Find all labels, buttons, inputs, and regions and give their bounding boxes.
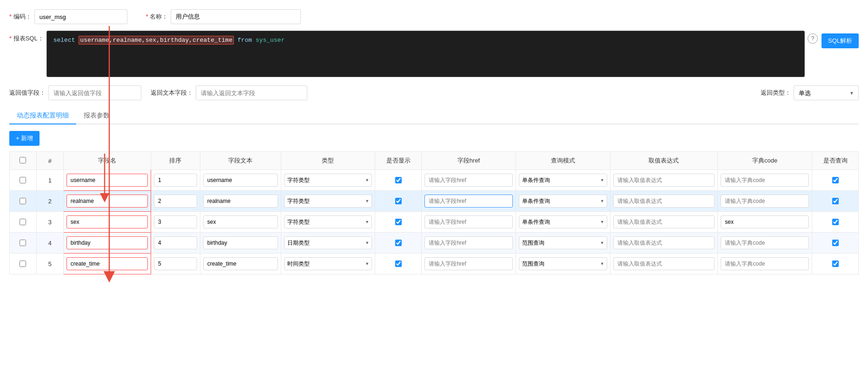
fieldtext-3-input[interactable] [203,215,278,228]
td-show-5 [375,254,422,274]
show-4-checkbox[interactable] [395,240,402,246]
add-button[interactable]: + 新增 [9,131,40,146]
sql-table: sys_user [256,37,285,44]
isquery-1-checkbox[interactable] [832,177,839,183]
table-row: 5 字符类型 [10,254,859,274]
type-5-select[interactable]: 字符类型 日期类型 时间类型 数字类型 [284,257,372,270]
row-3-checkbox[interactable] [20,219,26,225]
querymode-5-select[interactable]: 单条件查询 范围查询 [519,257,607,270]
td-fieldtext-1 [200,170,281,191]
tab-detail[interactable]: 动态报表配置明细 [9,108,76,124]
type-4-select[interactable]: 字符类型 日期类型 时间类型 数字类型 [284,236,372,249]
expr-4-input[interactable] [613,236,715,249]
data-table-wrap: # 字段名 排序 字段文本 类型 是否显示 字段href 查询模式 取值表达式 … [9,151,859,274]
code-label: * 编码： [9,13,32,21]
type-1-select-wrap: 字符类型 日期类型 时间类型 数字类型 [284,174,372,187]
querymode-1-select[interactable]: 单条件查询 范围查询 [519,174,607,187]
th-sort: 排序 [151,152,200,170]
href-1-input[interactable] [424,174,513,187]
td-querymode-4: 单条件查询 范围查询 [516,233,610,254]
type-3-select[interactable]: 字符类型 日期类型 时间类型 数字类型 [284,215,372,228]
td-querymode-3: 单条件查询 范围查询 [516,212,610,233]
show-5-checkbox[interactable] [395,260,402,267]
type-2-select[interactable]: 字符类型 日期类型 时间类型 数字类型 [284,195,372,208]
return-text-input[interactable] [196,85,307,100]
isquery-4-checkbox[interactable] [832,240,839,246]
sort-3-input[interactable] [154,215,197,228]
sql-parse-button[interactable]: SQL解析 [822,33,859,48]
top-form-row: * 编码： user_msg * 名称： 用户信息 [9,9,859,24]
show-1-checkbox[interactable] [395,177,402,183]
querymode-4-select[interactable]: 单条件查询 范围查询 [519,236,607,249]
td-href-5 [422,254,516,274]
querymode-1-select-wrap: 单条件查询 范围查询 [519,174,607,187]
return-value-input[interactable] [48,85,141,100]
fieldname-5-input[interactable] [66,257,148,270]
sql-editor-wrap: select username,realname,sex,birthday,cr… [46,31,805,77]
expr-5-input[interactable] [613,257,715,270]
fieldname-2-input[interactable] [66,195,148,208]
td-querymode-2: 单条件查询 范围查询 [516,191,610,212]
th-show: 是否显示 [375,152,422,170]
td-expr-5 [610,254,718,274]
dictcode-4-input[interactable] [721,236,809,249]
td-checkbox-2 [10,191,37,212]
querymode-3-select[interactable]: 单条件查询 范围查询 [519,215,607,228]
sort-1-input[interactable] [154,174,197,187]
row-5-checkbox[interactable] [20,260,26,267]
sql-help-button[interactable]: ? [808,33,818,44]
dictcode-2-input[interactable] [721,195,809,208]
code-input[interactable]: user_msg [34,9,127,24]
expr-2-input[interactable] [613,195,715,208]
fieldtext-2-input[interactable] [203,195,278,208]
th-isquery: 是否查询 [812,152,859,170]
fieldtext-4-input[interactable] [203,236,278,249]
sort-4-input[interactable] [154,236,197,249]
show-2-checkbox[interactable] [395,198,402,204]
querymode-2-select[interactable]: 单条件查询 范围查询 [519,195,607,208]
td-show-2 [375,191,422,212]
fieldtext-5-input[interactable] [203,257,278,270]
return-type-select[interactable]: 单选 多选 [794,85,859,100]
toolbar: + 新增 [9,131,859,146]
td-href-4 [422,233,516,254]
td-dictcode-1 [718,170,812,191]
isquery-5-checkbox[interactable] [832,260,839,267]
type-1-select[interactable]: 字符类型 日期类型 时间类型 数字类型 [284,174,372,187]
expr-3-input[interactable] [613,215,715,228]
row-1-checkbox[interactable] [20,177,26,183]
dictcode-5-input[interactable] [721,257,809,270]
row-2-checkbox[interactable] [20,198,26,204]
dictcode-3-input[interactable] [721,215,809,228]
name-input[interactable]: 用户信息 [171,9,301,24]
td-fieldname-5 [63,254,151,274]
fieldname-1-input[interactable] [66,174,148,187]
td-sort-5 [151,254,200,274]
href-5-input[interactable] [424,257,513,270]
sort-2-input[interactable] [154,195,197,208]
href-4-input[interactable] [424,236,513,249]
href-2-input[interactable] [424,195,513,208]
td-fieldname-2 [63,191,151,212]
fieldname-3-input[interactable] [66,215,148,228]
sort-5-input[interactable] [154,257,197,270]
type-4-select-wrap: 字符类型 日期类型 时间类型 数字类型 [284,236,372,249]
expr-1-input[interactable] [613,174,715,187]
table-container: # 字段名 排序 字段文本 类型 是否显示 字段href 查询模式 取值表达式 … [9,151,859,274]
sql-editor[interactable]: select username,realname,sex,birthday,cr… [46,31,805,77]
isquery-3-checkbox[interactable] [832,219,839,225]
td-isquery-5 [812,254,859,274]
td-checkbox-1 [10,170,37,191]
row-4-checkbox[interactable] [20,240,26,246]
fieldtext-1-input[interactable] [203,174,278,187]
href-3-input[interactable] [424,215,513,228]
table-row: 3 字符类型 [10,212,859,233]
dictcode-1-input[interactable] [721,174,809,187]
select-all-checkbox[interactable] [20,157,26,163]
fieldname-4-input[interactable] [66,236,148,249]
show-3-checkbox[interactable] [395,219,402,225]
isquery-2-checkbox[interactable] [832,198,839,204]
tab-params[interactable]: 报表参数 [76,108,117,124]
td-fieldname-1 [63,170,151,191]
td-sort-2 [151,191,200,212]
